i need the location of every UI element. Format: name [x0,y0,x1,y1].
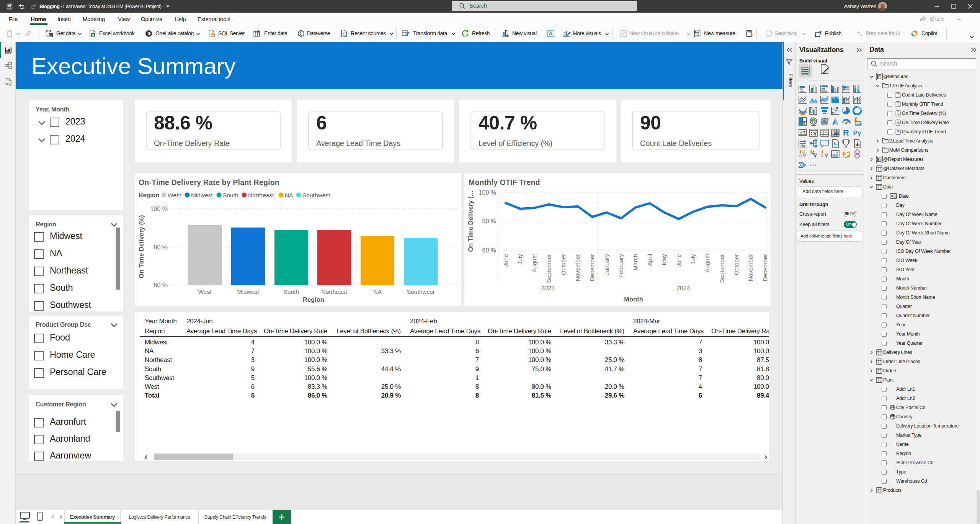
svg-text:On-Time Delivery Rate by Plant: On-Time Delivery Rate by Plant Region [139,178,279,187]
svg-text:October: October [733,254,740,275]
svg-text:Northeast: Northeast [248,192,274,198]
svg-text:February: February [617,254,624,278]
svg-text:R: R [843,128,849,137]
svg-text:March: March [632,254,639,270]
svg-text:60 %: 60 % [154,282,168,288]
svg-text:123: 123 [856,122,862,126]
svg-text:September: September [719,254,725,283]
svg-text:November: November [574,254,581,282]
svg-text:Region: Region [139,192,159,198]
svg-text:Midwest: Midwest [237,288,260,295]
svg-text:Southwest: Southwest [302,192,330,198]
svg-text:2024: 2024 [676,285,690,291]
svg-text:80 %: 80 % [482,218,496,224]
svg-text:July: July [690,254,696,265]
svg-text:July: July [517,254,523,265]
svg-text:Py: Py [853,129,861,137]
svg-text:November: November [747,254,754,282]
svg-text:August: August [531,254,537,272]
svg-text:September: September [546,254,552,283]
svg-text:100 %: 100 % [150,206,168,212]
svg-text:June: June [502,254,509,267]
svg-text:On Time Delivery (%): On Time Delivery (%) [138,215,145,278]
svg-text:West: West [168,192,181,198]
svg-text:December: December [589,254,595,282]
svg-text:Month: Month [624,296,643,303]
svg-text:80 %: 80 % [154,244,168,251]
svg-text:West: West [198,288,212,295]
svg-text:May: May [661,254,667,265]
svg-text:Southwest: Southwest [407,288,435,295]
svg-text:100 %: 100 % [479,189,496,196]
svg-text:April: April [647,254,653,266]
svg-text:August: August [704,254,710,272]
svg-text:June: June [675,254,682,267]
svg-text:December: December [762,254,768,282]
svg-text:South: South [284,288,299,295]
svg-text:On Time Delivery (…: On Time Delivery (… [467,190,474,252]
svg-text:Region: Region [303,296,324,303]
svg-text:South: South [223,192,238,198]
svg-text:60 %: 60 % [482,247,496,254]
svg-text:October: October [560,254,567,275]
svg-text:January: January [603,254,610,275]
svg-text:NA: NA [285,192,293,198]
svg-text:2023: 2023 [541,285,555,291]
svg-text:Midwest: Midwest [191,192,213,198]
svg-text:NA: NA [373,288,382,295]
svg-text:Northeast: Northeast [321,288,347,295]
svg-text:Monthly OTIF Trend: Monthly OTIF Trend [469,178,540,187]
